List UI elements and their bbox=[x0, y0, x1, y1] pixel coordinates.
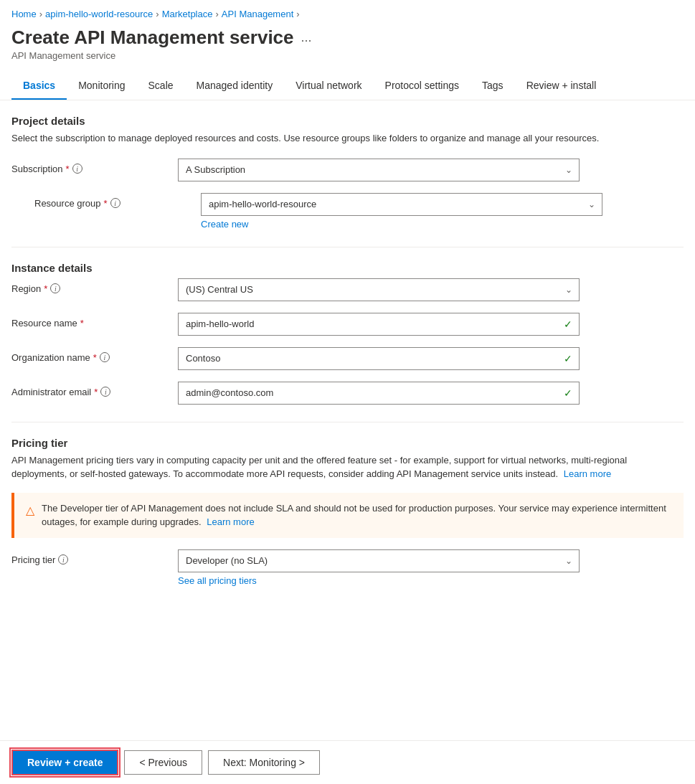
region-required: * bbox=[44, 283, 47, 294]
resource-group-select[interactable]: apim-hello-world-resource bbox=[201, 193, 602, 216]
pricing-tier-label: Pricing tier i bbox=[11, 549, 169, 565]
pricing-tier-info-icon[interactable]: i bbox=[58, 554, 68, 565]
see-all-pricing-tiers-link[interactable]: See all pricing tiers bbox=[178, 575, 580, 586]
pricing-tier-row: Pricing tier i Developer (no SLA) ⌄ See … bbox=[11, 549, 684, 586]
breadcrumb-marketplace[interactable]: Marketplace bbox=[162, 9, 213, 19]
tab-basics[interactable]: Basics bbox=[11, 72, 67, 100]
pricing-tier-title: Pricing tier bbox=[11, 437, 684, 449]
admin-email-control: ✓ bbox=[178, 382, 580, 405]
resource-group-row: Resource group * i apim-hello-world-reso… bbox=[34, 193, 684, 230]
subscription-control: A Subscription ⌄ bbox=[178, 159, 580, 181]
review-create-button[interactable]: Review + create bbox=[11, 750, 118, 775]
warning-icon: △ bbox=[26, 502, 34, 519]
resource-group-control: apim-hello-world-resource ⌄ Create new bbox=[201, 193, 602, 230]
organization-name-label: Organization name * i bbox=[11, 347, 169, 363]
admin-email-input-wrap: ✓ bbox=[178, 382, 580, 405]
resource-name-check-icon: ✓ bbox=[564, 318, 572, 330]
warning-text: The Developer tier of API Management doe… bbox=[42, 501, 672, 529]
pricing-tier-control: Developer (no SLA) ⌄ See all pricing tie… bbox=[178, 549, 580, 586]
warning-learn-more-link[interactable]: Learn more bbox=[207, 516, 254, 527]
region-info-icon[interactable]: i bbox=[50, 283, 60, 293]
breadcrumb: Home › apim-hello-world-resource › Marke… bbox=[0, 0, 695, 24]
subscription-select-wrap: A Subscription ⌄ bbox=[178, 159, 580, 181]
organization-name-required: * bbox=[93, 352, 97, 363]
region-control: (US) Central US ⌄ bbox=[178, 278, 580, 301]
admin-email-required: * bbox=[94, 387, 98, 397]
divider-2 bbox=[11, 422, 684, 422]
subscription-select[interactable]: A Subscription bbox=[178, 159, 580, 181]
pricing-tier-section: Pricing tier API Management pricing tier… bbox=[11, 437, 684, 586]
resource-name-row: Resource name * ✓ bbox=[11, 313, 684, 336]
project-details-desc: Select the subscription to manage deploy… bbox=[11, 131, 684, 146]
project-details-title: Project details bbox=[11, 115, 684, 127]
breadcrumb-home[interactable]: Home bbox=[11, 9, 37, 19]
instance-details-title: Instance details bbox=[11, 262, 684, 274]
tab-scale[interactable]: Scale bbox=[137, 72, 185, 100]
create-new-link[interactable]: Create new bbox=[201, 219, 602, 230]
page-header: Create API Management service ... API Ma… bbox=[0, 24, 695, 64]
tab-review-install[interactable]: Review + install bbox=[515, 72, 608, 100]
region-label: Region * i bbox=[11, 278, 169, 294]
resource-name-input-wrap: ✓ bbox=[178, 313, 580, 336]
previous-button[interactable]: < Previous bbox=[124, 750, 202, 775]
pricing-tier-select[interactable]: Developer (no SLA) bbox=[178, 549, 580, 572]
main-content: Project details Select the subscription … bbox=[0, 100, 695, 661]
tabs-bar: Basics Monitoring Scale Managed identity… bbox=[0, 72, 695, 100]
resource-group-select-wrap: apim-hello-world-resource ⌄ bbox=[201, 193, 602, 216]
resource-group-info-icon[interactable]: i bbox=[110, 198, 120, 208]
page-title: Create API Management service bbox=[11, 27, 294, 49]
tab-tags[interactable]: Tags bbox=[471, 72, 515, 100]
subscription-info-icon[interactable]: i bbox=[72, 164, 82, 174]
organization-name-row: Organization name * i ✓ bbox=[11, 347, 684, 370]
page-subtitle: API Management service bbox=[11, 50, 684, 61]
tab-protocol-settings[interactable]: Protocol settings bbox=[374, 72, 471, 100]
divider-1 bbox=[11, 247, 684, 247]
warning-box: △ The Developer tier of API Management d… bbox=[11, 493, 684, 538]
pricing-tier-desc: API Management pricing tiers vary in com… bbox=[11, 453, 684, 481]
resource-name-input[interactable] bbox=[178, 313, 580, 336]
tab-monitoring[interactable]: Monitoring bbox=[67, 72, 136, 100]
pricing-tier-select-wrap: Developer (no SLA) ⌄ bbox=[178, 549, 580, 572]
organization-name-check-icon: ✓ bbox=[564, 353, 572, 364]
resource-name-control: ✓ bbox=[178, 313, 580, 336]
admin-email-input[interactable] bbox=[178, 382, 580, 405]
tab-managed-identity[interactable]: Managed identity bbox=[185, 72, 285, 100]
admin-email-label: Administrator email * i bbox=[11, 382, 169, 397]
resource-group-required: * bbox=[104, 198, 108, 209]
project-details-section: Project details Select the subscription … bbox=[11, 115, 684, 230]
region-select[interactable]: (US) Central US bbox=[178, 278, 580, 301]
breadcrumb-api-management[interactable]: API Management bbox=[222, 9, 293, 19]
page-title-ellipsis: ... bbox=[301, 30, 312, 45]
resource-group-label: Resource group * i bbox=[34, 193, 192, 209]
admin-email-row: Administrator email * i ✓ bbox=[11, 382, 684, 405]
organization-name-input[interactable] bbox=[178, 347, 580, 370]
organization-name-control: ✓ bbox=[178, 347, 580, 370]
resource-name-label: Resource name * bbox=[11, 313, 169, 329]
instance-details-section: Instance details Region * i (US) Central… bbox=[11, 262, 684, 405]
region-row: Region * i (US) Central US ⌄ bbox=[11, 278, 684, 301]
admin-email-check-icon: ✓ bbox=[564, 387, 572, 399]
resource-name-required: * bbox=[80, 318, 84, 329]
next-monitoring-button[interactable]: Next: Monitoring > bbox=[208, 750, 320, 775]
subscription-label: Subscription * i bbox=[11, 159, 169, 174]
region-select-wrap: (US) Central US ⌄ bbox=[178, 278, 580, 301]
organization-name-info-icon[interactable]: i bbox=[100, 352, 110, 362]
subscription-required: * bbox=[66, 164, 70, 174]
breadcrumb-resource[interactable]: apim-hello-world-resource bbox=[45, 9, 153, 19]
pricing-learn-more-link[interactable]: Learn more bbox=[564, 468, 611, 479]
organization-name-input-wrap: ✓ bbox=[178, 347, 580, 370]
footer-bar: Review + create < Previous Next: Monitor… bbox=[0, 740, 695, 784]
tab-virtual-network[interactable]: Virtual network bbox=[284, 72, 373, 100]
subscription-row: Subscription * i A Subscription ⌄ bbox=[11, 159, 684, 181]
admin-email-info-icon[interactable]: i bbox=[100, 387, 110, 397]
